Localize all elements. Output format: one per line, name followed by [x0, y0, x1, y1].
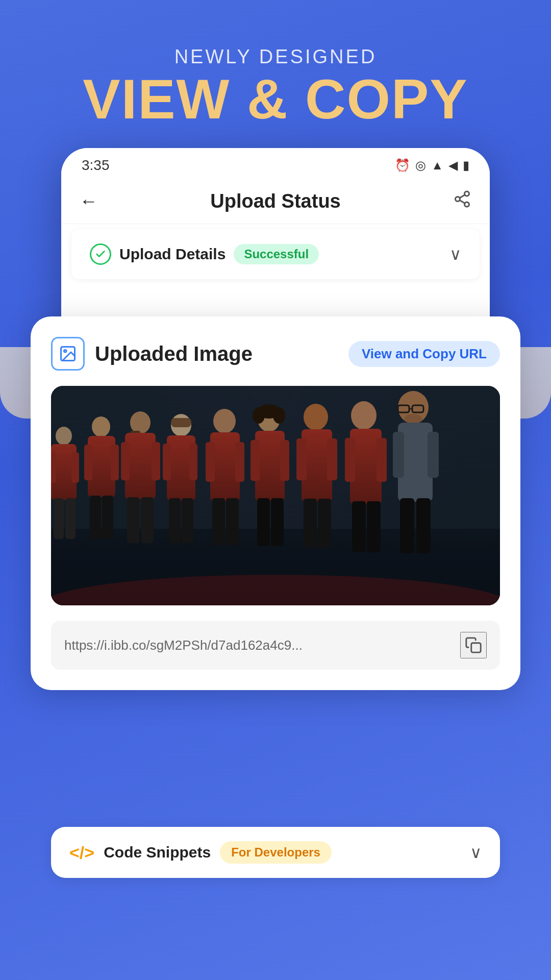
- card-title: Uploaded Image: [95, 342, 253, 365]
- svg-line-4: [460, 195, 465, 198]
- media-icon: ◎: [415, 158, 426, 173]
- alarm-icon: ⏰: [395, 158, 410, 173]
- copy-url-button[interactable]: [460, 632, 487, 658]
- chevron-down-icon[interactable]: ∨: [449, 244, 461, 264]
- image-silhouette: [51, 386, 500, 605]
- signal-icon: ◀: [448, 158, 458, 173]
- for-developers-badge: For Developers: [220, 841, 332, 864]
- code-snippets-label: Code Snippets: [104, 844, 211, 861]
- hero-subtitle: NEWLY DESIGNED: [0, 46, 551, 68]
- success-badge: Successful: [234, 244, 319, 264]
- svg-rect-74: [471, 643, 481, 652]
- svg-point-6: [64, 350, 67, 353]
- upload-details-left: Upload Details Successful: [90, 243, 319, 265]
- view-and-copy-url-button[interactable]: View and Copy URL: [348, 341, 500, 367]
- battery-icon: ▮: [463, 158, 469, 173]
- code-icon: </>: [69, 843, 94, 863]
- upload-details-row: Upload Details Successful ∨: [71, 229, 480, 279]
- hero-section: NEWLY DESIGNED VIEW & COPY: [0, 0, 551, 130]
- svg-line-3: [460, 200, 465, 203]
- app-header: ← Upload Status: [61, 179, 490, 224]
- url-text: https://i.ibb.co/sgM2PSh/d7ad162a4c9...: [64, 638, 452, 653]
- share-button[interactable]: [453, 190, 471, 212]
- card-header: Uploaded Image View and Copy URL: [51, 337, 500, 371]
- status-time: 3:35: [82, 157, 110, 174]
- main-card: Uploaded Image View and Copy URL: [31, 316, 520, 690]
- url-row: https://i.ibb.co/sgM2PSh/d7ad162a4c9...: [51, 621, 500, 670]
- code-snippets-left: </> Code Snippets For Developers: [69, 841, 332, 864]
- back-button[interactable]: ←: [80, 190, 98, 212]
- wifi-icon: ▲: [431, 158, 443, 173]
- svg-rect-73: [51, 386, 500, 605]
- code-snippets-chevron[interactable]: ∨: [470, 843, 482, 862]
- status-bar: 3:35 ⏰ ◎ ▲ ◀ ▮: [61, 148, 490, 179]
- hero-title: VIEW & COPY: [0, 68, 551, 130]
- status-icons: ⏰ ◎ ▲ ◀ ▮: [395, 158, 469, 173]
- uploaded-image: [51, 386, 500, 605]
- upload-details-label: Upload Details: [119, 246, 226, 263]
- code-snippets-card: </> Code Snippets For Developers ∨: [51, 827, 500, 878]
- app-title: Upload Status: [210, 190, 340, 212]
- image-icon: [51, 337, 85, 371]
- check-icon: [90, 243, 111, 265]
